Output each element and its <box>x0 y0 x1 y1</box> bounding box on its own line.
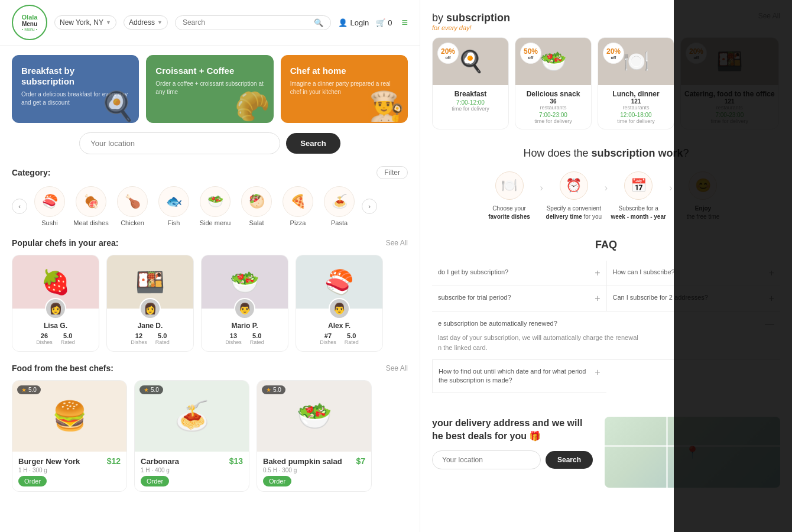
meat-icon: 🍖 <box>76 186 106 217</box>
hamburger-menu-btn[interactable]: ≡ <box>401 17 408 29</box>
address-text: Address <box>129 18 155 27</box>
bottom-search-button[interactable]: Search <box>546 451 593 469</box>
star-icon: ★ <box>21 387 27 393</box>
how-step-label-1: Choose yourfavorite dishes <box>488 205 530 221</box>
sub-card-time-lunch: 12:00-18:00 <box>602 112 670 118</box>
chef-avatar-wrap-jane: 👩 <box>107 298 193 319</box>
user-icon: 👤 <box>338 18 348 27</box>
address-chevron-icon: ▼ <box>157 20 163 25</box>
category-item-pizza[interactable]: 🍕 Pizza <box>279 186 317 226</box>
order-button-burger[interactable]: Order <box>18 476 47 486</box>
location-search-input[interactable] <box>79 132 280 154</box>
logo-tagline: • Menu • <box>22 27 37 31</box>
chef-dishes-value-jane: 12 <box>131 332 147 339</box>
category-item-salat[interactable]: 🥙 Salat <box>238 186 275 226</box>
sub-card-time-label-breakfast: time for delivery <box>436 106 505 112</box>
sub-card-time-label-snack: time for delivery <box>519 118 587 124</box>
chef-card-alex[interactable]: 🍣 👨 Alex F. #7 Dishes 5.0 Rated <box>296 255 383 352</box>
sub-card-lunch[interactable]: 🍽️ 20% off Lunch, dinner 121 restaurants… <box>598 37 674 129</box>
order-button-salad[interactable]: Order <box>263 476 291 486</box>
search-bar[interactable]: 🔍 <box>175 15 332 30</box>
chef-dishes-lisa: 26 Dishes <box>36 332 53 345</box>
food-name-burger: Burger New York <box>18 457 80 466</box>
food-see-all-button[interactable]: See All <box>386 364 408 372</box>
category-next-arrow[interactable]: › <box>362 199 377 214</box>
food-rating-badge-burger: ★ 5.0 <box>17 385 41 394</box>
logo-olala: Olala <box>22 14 38 21</box>
food-card-salad[interactable]: 🥗 ★ 5.0 Baked pumpkin salad $7 0.5 H · 3… <box>257 380 372 492</box>
banner-chef[interactable]: Chef at home Imagine a dinner party prep… <box>281 55 408 123</box>
chef-rated-label-mario: Rated <box>250 339 264 345</box>
filter-button[interactable]: Filter <box>376 166 408 179</box>
chef-card-jane[interactable]: 🍱 👩 Jane D. 12 Dishes 5.0 Rated <box>106 255 194 352</box>
login-btn[interactable]: 👤 Login <box>338 18 369 27</box>
chef-dishes-label-mario: Dishes <box>225 339 242 345</box>
chef-dishes-jane: 12 Dishes <box>131 332 147 345</box>
food-title: Food from the best chefs: <box>12 364 113 373</box>
chef-avatar-lisa: 👩 <box>45 298 66 319</box>
faq-item-6[interactable]: How to find out until which date and for… <box>432 360 606 393</box>
map-road-v <box>666 417 668 488</box>
chef-rated-label-alex: Rated <box>345 339 359 345</box>
faq-question-6: How to find out until which date and for… <box>439 367 590 385</box>
subscription-title: by subscription <box>432 12 510 24</box>
banner-croissant[interactable]: Croissant + Coffee Order a coffee + croi… <box>146 55 273 123</box>
chefs-see-all-button[interactable]: See All <box>386 239 408 247</box>
chef-rated-lisa: 5.0 Rated <box>61 332 75 345</box>
faq-item-1[interactable]: do I get by subscription? + <box>432 261 606 286</box>
chef-name-alex: Alex F. <box>302 322 376 330</box>
banner-croissant-title: Croissant + Coffee <box>155 66 264 76</box>
search-input[interactable] <box>183 18 311 27</box>
bottom-search-input[interactable] <box>432 450 541 469</box>
address-dropdown[interactable]: Address ▼ <box>124 15 168 30</box>
chef-dishes-value-mario: 13 <box>225 332 242 339</box>
location-dropdown[interactable]: New York, NY ▼ <box>54 15 116 30</box>
cart-btn[interactable]: 🛒 0 <box>376 18 392 27</box>
order-button-carbonara[interactable]: Order <box>141 476 169 486</box>
chef-card-lisa[interactable]: 🍓 👩 Lisa G. 26 Dishes 5.0 Rated <box>12 255 99 352</box>
category-section: Category: Filter ‹ 🍣 Sushi 🍖 Meat dishes… <box>0 166 420 238</box>
category-prev-arrow[interactable]: ‹ <box>12 199 27 214</box>
food-name-salad: Baked pumpkin salad <box>263 457 342 466</box>
faq-plus-icon-3: + <box>595 293 600 304</box>
banner-breakfast[interactable]: Breakfast bysubscription Order a delicio… <box>12 55 139 123</box>
category-item-chicken[interactable]: 🍗 Chicken <box>113 186 151 226</box>
category-item-pasta[interactable]: 🍝 Pasta <box>320 186 358 226</box>
category-item-fish[interactable]: 🐟 Fish <box>155 186 193 226</box>
logo[interactable]: Olala Menu • Menu • <box>12 5 47 40</box>
sub-card-snack[interactable]: 🥗 50% off Delicious snack 36 restaurants… <box>515 37 592 129</box>
how-arrow-1: › <box>540 183 543 193</box>
food-info-burger: Burger New York $12 1 H · 300 g Order <box>12 452 126 491</box>
chef-card-mario[interactable]: 🥗 👨 Mario P. 13 Dishes 5.0 Rated <box>201 255 288 352</box>
banners-section: Breakfast bysubscription Order a delicio… <box>0 46 420 132</box>
chicken-icon: 🍗 <box>117 186 148 217</box>
banner-croissant-image: 🥐 <box>235 90 270 123</box>
food-section: Food from the best chefs: See All 🍔 ★ 5.… <box>0 364 420 504</box>
header: Olala Menu • Menu • New York, NY ▼ Addre… <box>0 0 420 46</box>
banner-chef-image: 👨‍🍳 <box>369 90 404 123</box>
how-step-3: 📅 Subscribe for aweek - month - year <box>609 171 668 221</box>
chef-name-lisa: Lisa G. <box>18 322 93 330</box>
sub-card-image-lunch: 🍽️ 20% off <box>598 38 674 85</box>
sub-card-rest-label-snack: restaurants <box>519 105 587 111</box>
sub-card-rest-snack: 36 <box>519 98 587 105</box>
chef-rated-value-lisa: 5.0 <box>61 332 75 339</box>
category-item-side[interactable]: 🥗 Side menu <box>196 186 234 226</box>
food-card-burger[interactable]: 🍔 ★ 5.0 Burger New York $12 1 H · 300 g … <box>12 380 127 492</box>
chef-dishes-value-alex: #7 <box>320 332 336 339</box>
category-item-meat[interactable]: 🍖 Meat dishes <box>72 186 110 226</box>
chicken-label: Chicken <box>121 219 144 226</box>
sushi-icon: 🍣 <box>34 186 65 217</box>
category-item-sushi[interactable]: 🍣 Sushi <box>31 186 69 226</box>
chef-stats-jane: 12 Dishes 5.0 Rated <box>113 332 187 345</box>
food-header: Food from the best chefs: See All <box>12 364 408 373</box>
sub-card-breakfast[interactable]: 🍳 20% off Breakfast 7:00-12:00 time for … <box>432 37 509 129</box>
side-label: Side menu <box>200 219 231 226</box>
food-card-carbonara[interactable]: 🍝 ★ 5.0 Carbonara $13 1 H · 400 g Order <box>134 380 249 492</box>
food-name-row-burger: Burger New York $12 <box>18 456 121 466</box>
location-search-button[interactable]: Search <box>286 133 340 154</box>
star-icon: ★ <box>266 387 271 393</box>
faq-item-3[interactable]: subscribe for trial period? + <box>432 286 606 312</box>
chef-rated-jane: 5.0 Rated <box>155 332 170 345</box>
discount-pct-lunch: 20% <box>606 47 621 56</box>
